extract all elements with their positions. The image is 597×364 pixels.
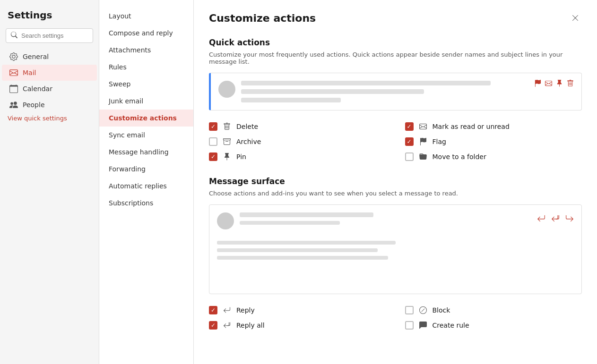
action-row-reply-all: Reply all <box>209 321 386 330</box>
middle-nav-rules[interactable]: Rules <box>99 59 193 76</box>
action-label-flag: Flag <box>433 138 446 145</box>
preview-line-2 <box>241 89 424 94</box>
search-input[interactable] <box>21 32 88 39</box>
preview-trash-icon <box>567 80 574 89</box>
msg-line-1 <box>240 212 373 217</box>
middle-nav-sweep[interactable]: Sweep <box>99 76 193 93</box>
message-preview-avatar <box>217 212 234 229</box>
preview-envelope-icon <box>545 80 552 89</box>
close-button[interactable] <box>569 11 582 25</box>
action-label-create-rule: Create rule <box>433 322 469 329</box>
body-line-1 <box>217 241 396 245</box>
gear-icon <box>9 52 18 61</box>
sidebar-item-calendar-label: Calendar <box>23 85 52 93</box>
sidebar-item-people-label: People <box>23 101 45 109</box>
preview-line-1 <box>241 81 491 85</box>
msg-reply-icon <box>537 214 545 225</box>
action-row-delete: Delete <box>209 122 386 131</box>
action-label-pin: Pin <box>236 153 246 161</box>
middle-nav-customize[interactable]: Customize actions <box>99 110 193 127</box>
search-icon <box>11 32 17 40</box>
create-rule-icon <box>418 321 428 330</box>
envelope-icon <box>418 122 428 131</box>
action-row-flag: Flag <box>405 137 582 146</box>
action-label-move-folder: Move to a folder <box>433 153 486 161</box>
preview-lines <box>241 81 574 102</box>
calendar-icon <box>9 85 18 93</box>
middle-nav-subscriptions[interactable]: Subscriptions <box>99 195 193 212</box>
quick-actions-grid: Delete Mark as read or unread Archive Fl… <box>209 122 582 161</box>
search-box[interactable] <box>6 28 93 43</box>
middle-nav: Layout Compose and reply Attachments Rul… <box>99 0 194 364</box>
sidebar-item-calendar[interactable]: Calendar <box>2 81 97 97</box>
action-label-block: Block <box>433 306 450 314</box>
action-label-reply-all: Reply all <box>236 322 265 329</box>
app-title: Settings <box>0 6 99 28</box>
message-preview-header <box>217 212 574 229</box>
checkbox-create-rule[interactable] <box>405 321 414 330</box>
message-preview-lines <box>240 212 574 225</box>
sidebar-item-general[interactable]: General <box>2 49 97 65</box>
checkbox-pin[interactable] <box>209 152 217 161</box>
quick-actions-preview <box>209 73 582 110</box>
reply-icon <box>222 305 232 315</box>
checkbox-mark-read[interactable] <box>405 122 414 131</box>
action-label-mark-read: Mark as read or unread <box>433 123 510 130</box>
checkbox-reply[interactable] <box>209 306 217 314</box>
preview-action-icons <box>534 80 574 89</box>
middle-nav-sync[interactable]: Sync email <box>99 127 193 144</box>
quick-actions-desc: Customize your most frequently used acti… <box>209 51 582 65</box>
trash-icon <box>222 122 232 131</box>
message-preview-action-icons <box>537 214 574 225</box>
middle-nav-attachments[interactable]: Attachments <box>99 42 193 59</box>
checkbox-block[interactable] <box>405 306 414 314</box>
flag-icon <box>418 137 428 146</box>
preview-pin-icon <box>556 80 563 89</box>
sidebar-item-general-label: General <box>23 53 49 60</box>
quick-actions-title: Quick actions <box>209 38 582 47</box>
sidebar-item-people[interactable]: People <box>2 97 97 113</box>
middle-nav-compose[interactable]: Compose and reply <box>99 25 193 42</box>
middle-nav-junk[interactable]: Junk email <box>99 93 193 110</box>
block-icon <box>418 305 428 315</box>
middle-nav-autoreplies[interactable]: Automatic replies <box>99 178 193 195</box>
message-surface-desc: Choose actions and add-ins you want to s… <box>209 190 582 197</box>
main-content: Customize actions Quick actions Customiz… <box>194 0 597 364</box>
checkbox-reply-all[interactable] <box>209 321 217 330</box>
page-header: Customize actions <box>209 11 582 25</box>
action-label-delete: Delete <box>236 123 258 130</box>
body-line-3 <box>217 256 388 260</box>
action-row-pin: Pin <box>209 152 386 161</box>
reply-all-icon <box>222 321 232 330</box>
action-row-archive: Archive <box>209 137 386 146</box>
middle-nav-layout[interactable]: Layout <box>99 8 193 25</box>
preview-flag-icon <box>534 80 541 89</box>
checkbox-move-folder[interactable] <box>405 152 414 161</box>
action-row-block: Block <box>405 305 582 315</box>
action-row-create-rule: Create rule <box>405 321 582 330</box>
msg-line-2 <box>240 221 340 225</box>
sidebar-item-mail[interactable]: Mail <box>2 65 97 81</box>
preview-avatar <box>218 81 235 98</box>
pin-icon <box>222 152 232 161</box>
action-row-mark-read: Mark as read or unread <box>405 122 582 131</box>
archive-icon <box>222 137 232 146</box>
checkbox-flag[interactable] <box>405 137 414 146</box>
middle-nav-handling[interactable]: Message handling <box>99 144 193 161</box>
checkbox-archive[interactable] <box>209 137 217 146</box>
message-body-lines <box>217 241 574 260</box>
people-icon <box>9 101 18 109</box>
mail-icon <box>9 68 18 77</box>
action-label-reply: Reply <box>236 306 255 314</box>
msg-reply-all-icon <box>551 214 560 225</box>
message-surface-grid: Reply Block Reply all Create rule <box>209 305 582 330</box>
preview-line-3 <box>241 98 341 102</box>
middle-nav-forwarding[interactable]: Forwarding <box>99 161 193 178</box>
action-label-archive: Archive <box>236 138 261 145</box>
sidebar: Settings General Mail <box>0 0 99 364</box>
view-quick-settings[interactable]: View quick settings <box>0 113 99 126</box>
message-surface-title: Message surface <box>209 177 582 186</box>
action-row-reply: Reply <box>209 305 386 315</box>
checkbox-delete[interactable] <box>209 122 217 131</box>
msg-forward-icon <box>565 214 574 225</box>
